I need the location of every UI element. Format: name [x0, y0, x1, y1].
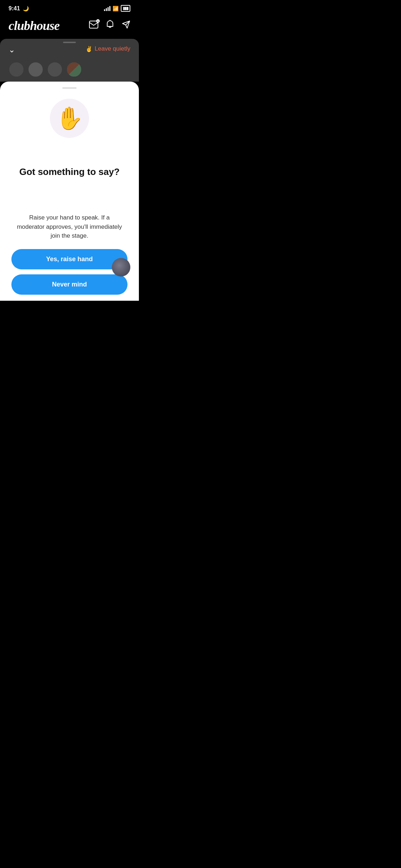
modal-description: Raise your hand to speak. If a moderator… — [11, 213, 127, 241]
room-bar-handle — [63, 42, 76, 43]
app-header: clubhouse + — [0, 15, 139, 39]
never-mind-button[interactable]: Never mind — [11, 274, 127, 295]
modal-title: Got something to say? — [19, 166, 120, 177]
leave-quietly-button[interactable]: ✌️ Leave quietly — [85, 45, 130, 52]
raise-hand-button[interactable]: Yes, raise hand — [11, 249, 127, 269]
peace-icon: ✌️ — [85, 46, 93, 52]
hand-icon-container: ✋ — [50, 99, 89, 138]
envelope-icon[interactable]: + — [89, 21, 98, 31]
hand-emoji: ✋ — [56, 107, 83, 129]
room-participants-section — [0, 59, 139, 82]
app-title: clubhouse — [9, 18, 59, 33]
bell-icon[interactable] — [106, 20, 114, 31]
send-icon[interactable] — [122, 20, 130, 31]
status-bar: 9:41 🌙 📶 ▮▮▮ — [0, 0, 139, 15]
header-icons: + — [89, 20, 130, 31]
room-participants — [9, 62, 130, 77]
battery-icon: ▮▮▮ — [121, 5, 130, 12]
status-icons: 📶 ▮▮▮ — [104, 5, 130, 12]
moon-icon: 🌙 — [23, 6, 29, 11]
participant-avatar — [47, 62, 63, 77]
status-time: 9:41 🌙 — [9, 5, 29, 12]
signal-icon — [104, 6, 110, 11]
participant-avatar — [9, 62, 24, 77]
room-bar: ⌄ ✌️ Leave quietly — [0, 39, 139, 59]
wifi-icon: 📶 — [113, 6, 119, 11]
floating-user-button[interactable] — [112, 258, 130, 277]
sheet-handle — [62, 87, 77, 89]
participant-avatar — [28, 62, 43, 77]
chevron-down-icon[interactable]: ⌄ — [9, 45, 15, 55]
participant-avatar — [66, 62, 82, 77]
